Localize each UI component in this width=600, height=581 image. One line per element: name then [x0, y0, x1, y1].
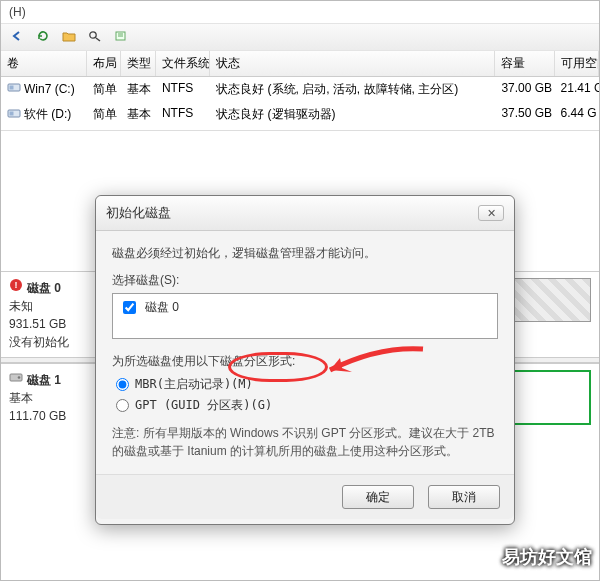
- volume-header-row: 卷 布局 类型 文件系统 状态 容量 可用空间: [1, 51, 599, 77]
- disk-0-kind: 未知: [9, 297, 88, 315]
- volume-type: 基本: [121, 104, 156, 125]
- refresh-icon: [36, 30, 50, 45]
- disk-icon: [9, 370, 23, 389]
- window-title: (H): [1, 1, 599, 23]
- disk-select-item[interactable]: 磁盘 0: [119, 298, 491, 317]
- col-volume[interactable]: 卷: [1, 51, 87, 76]
- svg-rect-8: [10, 112, 14, 116]
- dialog-note: 注意: 所有早期版本的 Windows 不识别 GPT 分区形式。建议在大于 2…: [112, 424, 498, 460]
- svg-rect-6: [10, 86, 14, 90]
- mbr-label: MBR(主启动记录)(M): [135, 376, 253, 393]
- svg-text:!: !: [15, 280, 18, 290]
- volume-free: 21.41 G: [555, 79, 599, 100]
- properties-icon: [114, 30, 128, 45]
- toolbar: [1, 23, 599, 51]
- back-button[interactable]: [7, 28, 27, 46]
- mbr-option[interactable]: MBR(主启动记录)(M): [116, 376, 498, 393]
- props-button[interactable]: [111, 28, 131, 46]
- volume-row[interactable]: Win7 (C:)简单基本NTFS状态良好 (系统, 启动, 活动, 故障转储,…: [1, 77, 599, 102]
- volume-free: 6.44 G: [555, 104, 599, 125]
- folder-icon: [62, 30, 76, 45]
- volume-layout: 简单: [87, 104, 122, 125]
- col-free[interactable]: 可用空间: [555, 51, 599, 76]
- disk-warning-icon: !: [9, 278, 23, 297]
- disk-0-size: 931.51 GB: [9, 315, 88, 333]
- folder-button[interactable]: [59, 28, 79, 46]
- close-icon: ✕: [487, 207, 496, 220]
- select-disk-label: 选择磁盘(S):: [112, 272, 498, 289]
- svg-point-0: [90, 31, 96, 37]
- dialog-message: 磁盘必须经过初始化，逻辑磁盘管理器才能访问。: [112, 245, 498, 262]
- volume-row[interactable]: 软件 (D:)简单基本NTFS状态良好 (逻辑驱动器)37.50 GB6.44 …: [1, 102, 599, 127]
- svg-point-14: [18, 376, 21, 379]
- col-fs[interactable]: 文件系统: [156, 51, 210, 76]
- volume-status: 状态良好 (系统, 启动, 活动, 故障转储, 主分区): [210, 79, 495, 100]
- dialog-title: 初始化磁盘: [106, 204, 171, 222]
- volume-fs: NTFS: [156, 104, 210, 125]
- search-button[interactable]: [85, 28, 105, 46]
- search-icon: [88, 30, 102, 45]
- refresh-button[interactable]: [33, 28, 53, 46]
- volume-type: 基本: [121, 79, 156, 100]
- ok-button[interactable]: 确定: [342, 485, 414, 509]
- arrow-left-icon: [10, 30, 24, 45]
- disk-1-kind: 基本: [9, 389, 88, 407]
- disk-0-item-label: 磁盘 0: [145, 299, 179, 316]
- volume-layout: 简单: [87, 79, 122, 100]
- initialize-disk-dialog: 初始化磁盘 ✕ 磁盘必须经过初始化，逻辑磁盘管理器才能访问。 选择磁盘(S): …: [95, 195, 515, 525]
- volume-capacity: 37.00 GB: [495, 79, 554, 100]
- disk-0-name: 磁盘 0: [27, 279, 61, 297]
- col-layout[interactable]: 布局: [87, 51, 122, 76]
- volume-name: 软件 (D:): [24, 106, 71, 123]
- disk-0-state: 没有初始化: [9, 333, 88, 351]
- col-capacity[interactable]: 容量: [495, 51, 554, 76]
- drive-icon: [7, 107, 21, 122]
- gpt-radio[interactable]: [116, 399, 129, 412]
- svg-line-1: [96, 38, 100, 41]
- watermark: 易坊好文馆: [502, 545, 592, 569]
- volume-list[interactable]: 卷 布局 类型 文件系统 状态 容量 可用空间 Win7 (C:)简单基本NTF…: [1, 51, 599, 131]
- volume-name: Win7 (C:): [24, 82, 75, 96]
- gpt-option[interactable]: GPT (GUID 分区表)(G): [116, 397, 498, 414]
- disk-1-info: 磁盘 1 基本 111.70 GB: [1, 364, 96, 431]
- partition-style-label: 为所选磁盘使用以下磁盘分区形式:: [112, 353, 498, 370]
- disk-1-name: 磁盘 1: [27, 371, 61, 389]
- mbr-radio[interactable]: [116, 378, 129, 391]
- cancel-button[interactable]: 取消: [428, 485, 500, 509]
- dialog-close-button[interactable]: ✕: [478, 205, 504, 221]
- disk-1-size: 111.70 GB: [9, 407, 88, 425]
- disk-0-checkbox[interactable]: [123, 301, 136, 314]
- drive-icon: [7, 81, 21, 96]
- volume-capacity: 37.50 GB: [495, 104, 554, 125]
- disk-0-info: ! 磁盘 0 未知 931.51 GB 没有初始化: [1, 272, 96, 357]
- col-type[interactable]: 类型: [121, 51, 156, 76]
- volume-status: 状态良好 (逻辑驱动器): [210, 104, 495, 125]
- volume-fs: NTFS: [156, 79, 210, 100]
- gpt-label: GPT (GUID 分区表)(G): [135, 397, 272, 414]
- disk-select-list[interactable]: 磁盘 0: [112, 293, 498, 339]
- col-status[interactable]: 状态: [210, 51, 495, 76]
